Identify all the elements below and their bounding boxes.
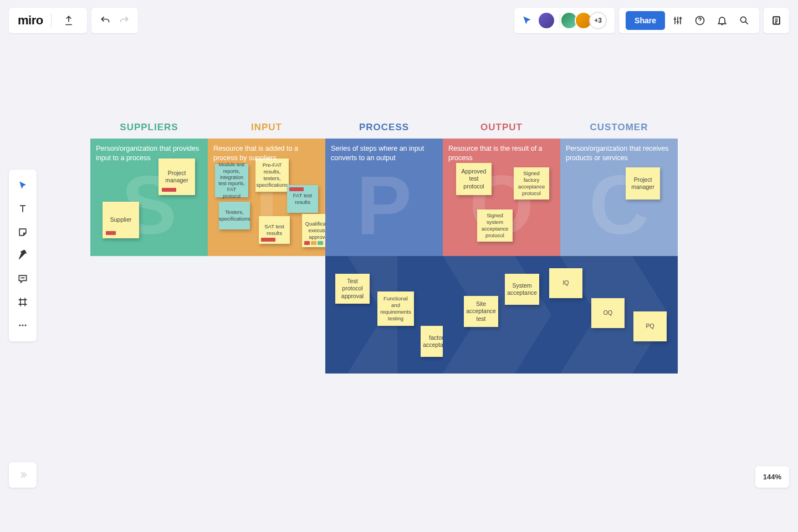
sticky-tag xyxy=(106,231,116,235)
header-customer: CUSTOMER xyxy=(560,122,678,139)
sticky-note[interactable]: Functional and requirements testing xyxy=(377,291,414,326)
sticky-note[interactable]: Signed system acceptance protocol xyxy=(477,209,513,242)
sticky-text: Signed system acceptance protocol xyxy=(480,212,509,239)
sticky-text: Project manager xyxy=(162,170,192,184)
process-flow-row: Test protocol approval Functional and re… xyxy=(325,256,678,374)
col-description: Person/organization that provides input … xyxy=(96,144,202,163)
sticky-text: FAT test results xyxy=(290,192,315,206)
sticky-note[interactable]: IQ xyxy=(549,268,582,298)
sticky-text: System acceptance xyxy=(507,282,537,296)
sticky-text: Test protocol approval xyxy=(339,278,366,299)
svg-point-1 xyxy=(740,17,746,22)
sticky-note[interactable]: Module test reports, integration test re… xyxy=(215,164,248,197)
sticky-note[interactable]: Test protocol approval xyxy=(335,274,370,304)
board-canvas[interactable]: SUPPLIERS INPUT PROCESS OUTPUT CUSTOMER … xyxy=(90,122,678,374)
col-output[interactable]: O Resource that is the result of a proce… xyxy=(443,139,560,256)
header-process: PROCESS xyxy=(325,122,443,139)
header-suppliers: SUPPLIERS xyxy=(90,122,208,139)
col-customer[interactable]: C Person/organization that receives prod… xyxy=(560,139,678,256)
undo-icon[interactable] xyxy=(96,11,115,30)
export-icon[interactable] xyxy=(59,11,78,30)
sticky-note[interactable]: SAT test results xyxy=(259,216,290,244)
avatar[interactable] xyxy=(538,12,555,29)
sticky-note[interactable]: Project manager xyxy=(626,167,660,200)
sticky-note[interactable]: Approved test protocol xyxy=(456,163,492,195)
col-suppliers[interactable]: S Person/organization that provides inpu… xyxy=(90,139,208,256)
svg-point-4 xyxy=(22,325,24,326)
header-output: OUTPUT xyxy=(443,122,560,139)
col-input[interactable]: I Resource that is added to a process by… xyxy=(208,139,325,256)
sticky-text: OQ xyxy=(603,309,612,316)
app-logo[interactable]: miro xyxy=(18,13,43,28)
sticky-note[interactable]: Project manager xyxy=(158,158,195,195)
svg-point-5 xyxy=(25,325,27,326)
arrow-shape xyxy=(443,256,560,374)
process-stage[interactable]: IQ OQ PQ xyxy=(560,256,678,374)
process-stage[interactable]: Site acceptance test System acceptance xyxy=(443,256,560,374)
collaborators: +3 xyxy=(514,8,615,33)
zoom-level[interactable]: 144% xyxy=(755,466,789,488)
notes-button[interactable] xyxy=(764,8,789,33)
sticky-tag xyxy=(289,187,304,191)
col-description: Person/organization that receives produc… xyxy=(566,144,672,163)
sticky-text: Testers, specifications xyxy=(218,209,250,222)
frame-tool-icon[interactable] xyxy=(12,291,33,313)
sticky-tag xyxy=(162,188,176,192)
sticky-text: Supplier xyxy=(110,216,132,223)
sticky-text: Functional and requirements testing xyxy=(380,295,411,322)
sipoc-headers: SUPPLIERS INPUT PROCESS OUTPUT CUSTOMER xyxy=(90,122,678,139)
sticky-note[interactable]: System acceptance xyxy=(505,274,539,305)
comment-tool-icon[interactable] xyxy=(12,268,33,289)
sticky-tag xyxy=(311,241,316,245)
process-stage[interactable]: Test protocol approval Functional and re… xyxy=(325,256,443,374)
sticky-text: Signed factory acceptance protocol xyxy=(517,170,546,197)
sticky-text: PQ xyxy=(646,323,654,330)
sticky-note[interactable]: OQ xyxy=(591,298,625,328)
settings-icon[interactable] xyxy=(668,11,687,30)
expand-panel-button[interactable] xyxy=(9,462,37,488)
header-input: INPUT xyxy=(208,122,325,139)
text-tool-icon[interactable] xyxy=(12,198,33,219)
more-tools-icon[interactable] xyxy=(12,315,33,336)
col-process[interactable]: P Series of steps where an input convert… xyxy=(325,139,443,256)
sticky-tag xyxy=(318,241,323,245)
sticky-note[interactable]: Signed factory acceptance protocol xyxy=(514,167,549,200)
sticky-tag xyxy=(304,241,310,245)
tools-panel xyxy=(9,170,37,341)
sticky-note[interactable]: Site acceptance test xyxy=(464,296,498,327)
svg-point-3 xyxy=(19,325,21,326)
sticky-note[interactable]: Supplier xyxy=(103,202,139,238)
logo-card: miro xyxy=(9,8,87,33)
cursor-icon[interactable] xyxy=(522,16,534,25)
search-icon[interactable] xyxy=(735,11,754,30)
toolbar-left: miro xyxy=(9,8,138,33)
bg-letter: P xyxy=(356,157,412,253)
sticky-text: IQ xyxy=(562,279,569,287)
select-tool-icon[interactable] xyxy=(12,175,33,196)
sticky-text: Project manager xyxy=(629,176,657,191)
toolbar-right: +3 Share xyxy=(514,8,789,33)
sticky-text: Pre-FAT results, testers, specifications xyxy=(257,162,288,188)
sticky-tool-icon[interactable] xyxy=(12,222,33,243)
sticky-note[interactable]: FAT test results xyxy=(287,185,318,213)
line-tool-icon[interactable] xyxy=(12,245,33,266)
sticky-note[interactable]: PQ xyxy=(633,311,667,341)
avatar-more[interactable]: +3 xyxy=(589,12,607,29)
share-button[interactable]: Share xyxy=(626,11,665,30)
col-description: Series of steps where an input converts … xyxy=(331,144,437,163)
sticky-text: Approved test protocol xyxy=(459,168,488,190)
divider xyxy=(51,13,52,28)
sticky-note[interactable]: Testers, specifications xyxy=(219,202,250,229)
sticky-text: Module test reports, integration test re… xyxy=(218,162,245,200)
sticky-text: SAT test results xyxy=(262,223,287,237)
help-icon[interactable] xyxy=(690,11,709,30)
sticky-note[interactable]: Pre-FAT results, testers, specifications xyxy=(255,158,289,192)
sticky-text: Site acceptance test xyxy=(466,300,496,322)
sipoc-row: S Person/organization that provides inpu… xyxy=(90,139,678,256)
top-toolbar: miro +3 Share xyxy=(9,8,789,33)
undo-redo-card xyxy=(91,8,138,33)
col-description: Resource that is the result of a process xyxy=(448,144,555,163)
sticky-tag xyxy=(261,238,275,242)
redo-icon[interactable] xyxy=(115,11,134,30)
notification-icon[interactable] xyxy=(713,11,732,30)
